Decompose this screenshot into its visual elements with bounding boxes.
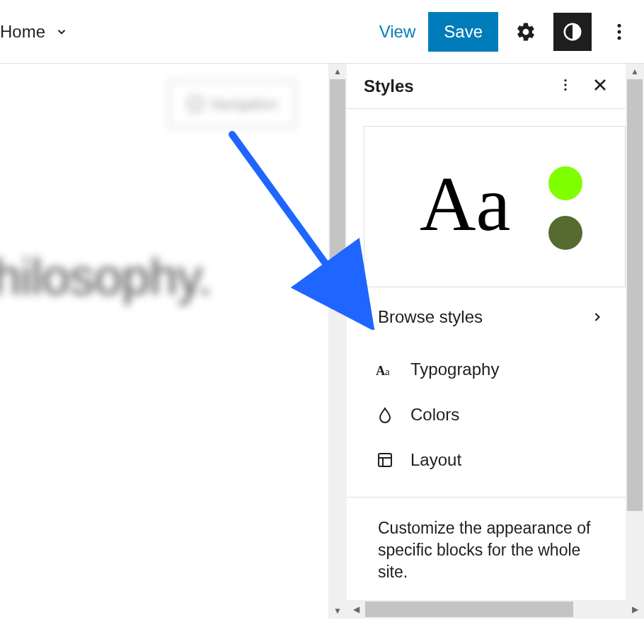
panel-header: Styles <box>347 64 626 109</box>
svg-point-2 <box>618 30 621 33</box>
svg-point-4 <box>564 79 566 81</box>
settings-button[interactable] <box>507 13 545 51</box>
canvas-vertical-scrollbar[interactable]: ▲ ▼ <box>328 64 347 619</box>
more-vertical-icon <box>558 77 573 93</box>
scroll-up-icon: ▲ <box>333 67 342 76</box>
contrast-icon <box>562 21 583 42</box>
typography-sample: Aa <box>420 165 510 243</box>
compass-icon <box>187 96 204 113</box>
scrollbar-thumb[interactable] <box>330 79 345 282</box>
typography-item[interactable]: Aa Typography <box>375 347 609 392</box>
scroll-right-icon: ▶ <box>626 604 644 614</box>
style-categories: Aa Typography Colors Layout <box>347 347 626 483</box>
close-panel-button[interactable] <box>589 74 611 98</box>
scroll-up-icon: ▲ <box>631 67 639 76</box>
scroll-left-icon: ◀ <box>347 604 365 614</box>
save-button[interactable]: Save <box>428 12 498 52</box>
layout-item[interactable]: Layout <box>375 437 609 483</box>
scrollbar-thumb[interactable] <box>365 602 573 617</box>
main-area: Navigation hilosophy. ▲ ▼ Styles <box>0 64 644 619</box>
chevron-right-icon <box>590 310 604 324</box>
scrollbar-thumb[interactable] <box>627 79 643 511</box>
layout-icon <box>375 450 395 470</box>
color-swatch-primary <box>548 166 582 200</box>
svg-text:a: a <box>385 365 390 377</box>
svg-point-1 <box>618 23 621 27</box>
hero-text: hilosophy. <box>0 248 212 306</box>
top-toolbar: Home View Save <box>0 0 644 64</box>
colors-label: Colors <box>410 405 459 425</box>
styles-sidebar: Styles Aa Browse styles <box>347 64 644 619</box>
style-preview-card[interactable]: Aa <box>364 126 626 287</box>
layout-label: Layout <box>410 450 461 470</box>
view-link[interactable]: View <box>379 22 416 42</box>
browse-styles-button[interactable]: Browse styles <box>347 287 626 347</box>
close-icon <box>592 76 609 93</box>
svg-rect-11 <box>379 454 391 466</box>
svg-text:A: A <box>376 364 386 378</box>
colors-item[interactable]: Colors <box>375 392 609 437</box>
drop-icon <box>375 405 395 425</box>
document-title: Home <box>0 22 45 42</box>
sidebar-vertical-scrollbar[interactable]: ▲ ▼ <box>626 64 644 619</box>
more-options-button[interactable] <box>600 13 638 51</box>
panel-title: Styles <box>364 76 414 96</box>
canvas-content: Navigation hilosophy. <box>0 64 347 619</box>
gear-icon <box>515 21 536 42</box>
browse-styles-label: Browse styles <box>378 307 483 327</box>
blocks-description: Customize the appearance of specific blo… <box>347 498 626 590</box>
editor-canvas[interactable]: Navigation hilosophy. ▲ ▼ <box>0 64 347 619</box>
scroll-down-icon: ▼ <box>333 606 342 616</box>
styles-button[interactable] <box>553 13 592 51</box>
svg-point-6 <box>564 88 566 91</box>
document-switcher[interactable]: Home <box>0 22 68 42</box>
navigation-block-placeholder: Navigation <box>168 81 296 127</box>
sidebar-horizontal-scrollbar[interactable]: ◀ ▶ <box>347 600 644 619</box>
bottom-padding <box>0 619 644 644</box>
more-vertical-icon <box>609 21 630 42</box>
navigation-block-label: Navigation <box>211 96 278 113</box>
typography-label: Typography <box>410 360 499 379</box>
svg-point-3 <box>618 36 621 40</box>
toolbar-actions: View Save <box>379 12 638 52</box>
typography-icon: Aa <box>375 360 395 379</box>
panel-more-button[interactable] <box>555 74 576 98</box>
chevron-down-icon <box>55 25 68 38</box>
color-swatch-secondary <box>548 216 582 250</box>
svg-point-5 <box>564 84 566 86</box>
